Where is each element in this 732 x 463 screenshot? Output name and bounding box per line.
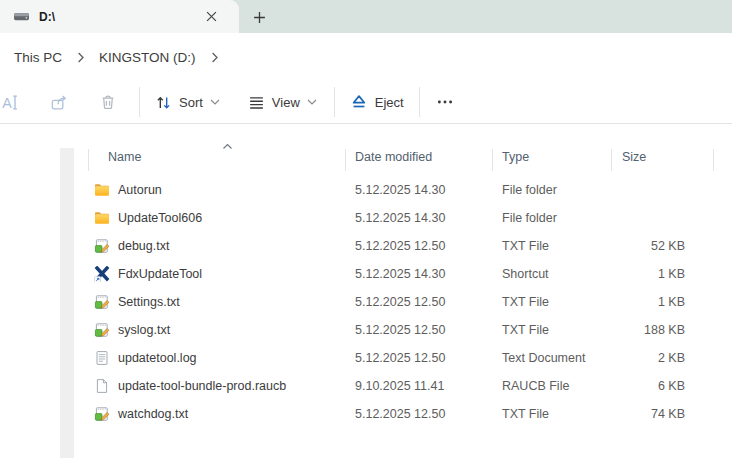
breadcrumb-chevron-icon[interactable]	[76, 52, 85, 63]
file-row[interactable]: UpdateTool6065.12.2025 14.30File folder	[0, 204, 732, 232]
column-header-size[interactable]: Size	[622, 150, 646, 164]
file-date-modified: 5.12.2025 14.30	[355, 260, 445, 288]
file-type: Text Document	[502, 344, 585, 372]
file-type: File folder	[502, 204, 557, 232]
file-size: 188 KB	[644, 316, 685, 344]
file-name: FdxUpdateTool	[118, 260, 202, 288]
view-label: View	[272, 95, 300, 110]
breadcrumb: This PC KINGSTON (D:)	[0, 33, 732, 82]
log-icon	[94, 350, 110, 366]
sort-button[interactable]: Sort	[146, 86, 229, 118]
view-button[interactable]: View	[239, 86, 326, 118]
file-size: 2 KB	[658, 344, 685, 372]
breadcrumb-this-pc[interactable]: This PC	[8, 45, 68, 70]
toolbar-separator	[139, 87, 140, 117]
txt-icon	[94, 238, 110, 254]
file-size: 52 KB	[651, 232, 685, 260]
file-list-header: Name Date modified Type Size	[75, 147, 732, 174]
file-row[interactable]: updatetool.log5.12.2025 12.50Text Docume…	[0, 344, 732, 372]
svg-text:A: A	[2, 94, 12, 110]
file-type: TXT File	[502, 316, 549, 344]
file-row[interactable]: update-tool-bundle-prod.raucb9.10.2025 1…	[0, 372, 732, 400]
sort-label: Sort	[179, 95, 203, 110]
file-row[interactable]: Autorun5.12.2025 14.30File folder	[0, 176, 732, 204]
column-separator[interactable]	[345, 149, 346, 171]
txt-icon	[94, 406, 110, 422]
file-name: updatetool.log	[118, 344, 197, 372]
file-name: update-tool-bundle-prod.raucb	[118, 372, 286, 400]
file-date-modified: 5.12.2025 12.50	[355, 288, 445, 316]
eject-icon	[350, 93, 368, 111]
drive-icon	[13, 8, 30, 25]
tab-title: D:\	[39, 10, 199, 24]
column-header-name[interactable]: Name	[108, 150, 141, 164]
file-date-modified: 5.12.2025 12.50	[355, 400, 445, 428]
column-separator[interactable]	[88, 149, 89, 171]
rename-button[interactable]: A	[0, 86, 29, 118]
chevron-down-icon	[210, 98, 220, 106]
file-type: TXT File	[502, 400, 549, 428]
breadcrumb-chevron-icon[interactable]	[210, 52, 219, 63]
file-name: Autorun	[118, 176, 162, 204]
eject-button[interactable]: Eject	[341, 86, 413, 118]
file-type: TXT File	[502, 232, 549, 260]
column-header-date-modified[interactable]: Date modified	[355, 150, 432, 164]
file-size: 1 KB	[658, 288, 685, 316]
file-size: 74 KB	[651, 400, 685, 428]
file-name: debug.txt	[118, 232, 169, 260]
tab-bar: D:\	[0, 0, 732, 33]
file-name: syslog.txt	[118, 316, 170, 344]
file-name: UpdateTool606	[118, 204, 202, 232]
file-date-modified: 9.10.2025 11.41	[355, 372, 444, 400]
file-type: RAUCB File	[502, 372, 569, 400]
file-row[interactable]: FdxUpdateTool5.12.2025 14.30Shortcut1 KB	[0, 260, 732, 288]
file-type: TXT File	[502, 288, 549, 316]
file-row[interactable]: syslog.txt5.12.2025 12.50TXT File188 KB	[0, 316, 732, 344]
file-date-modified: 5.12.2025 12.50	[355, 316, 445, 344]
folder-icon	[94, 182, 110, 198]
tab-close-icon[interactable]	[199, 5, 223, 29]
sort-icon	[155, 94, 172, 111]
chevron-down-icon	[307, 98, 317, 106]
file-list: Autorun5.12.2025 14.30File folderUpdateT…	[0, 176, 732, 428]
toolbar-separator	[334, 87, 335, 117]
column-separator[interactable]	[713, 149, 714, 171]
raucb-icon	[94, 378, 110, 394]
file-name: Settings.txt	[118, 288, 180, 316]
file-date-modified: 5.12.2025 14.30	[355, 176, 445, 204]
file-row[interactable]: debug.txt5.12.2025 12.50TXT File52 KB	[0, 232, 732, 260]
share-button[interactable]	[40, 86, 78, 118]
column-separator[interactable]	[492, 149, 493, 171]
delete-button[interactable]	[89, 86, 127, 118]
file-size: 1 KB	[658, 260, 685, 288]
shortcut-icon	[94, 266, 110, 282]
file-row[interactable]: Settings.txt5.12.2025 12.50TXT File1 KB	[0, 288, 732, 316]
file-date-modified: 5.12.2025 12.50	[355, 232, 445, 260]
txt-icon	[94, 294, 110, 310]
file-name: watchdog.txt	[118, 400, 188, 428]
new-tab-button[interactable]	[246, 5, 272, 29]
more-options-button[interactable]	[426, 86, 464, 118]
txt-icon	[94, 322, 110, 338]
file-date-modified: 5.12.2025 14.30	[355, 204, 445, 232]
file-date-modified: 5.12.2025 12.50	[355, 344, 445, 372]
eject-label: Eject	[375, 95, 404, 110]
view-icon	[248, 94, 265, 111]
toolbar-separator	[419, 87, 420, 117]
tab-active[interactable]: D:\	[0, 0, 239, 33]
command-toolbar: A Sort View	[0, 81, 732, 124]
column-header-type[interactable]: Type	[502, 150, 529, 164]
sort-ascending-icon	[222, 143, 233, 150]
file-size: 6 KB	[658, 372, 685, 400]
breadcrumb-drive[interactable]: KINGSTON (D:)	[93, 45, 202, 70]
file-row[interactable]: watchdog.txt5.12.2025 12.50TXT File74 KB	[0, 400, 732, 428]
column-separator[interactable]	[611, 149, 612, 171]
file-type: File folder	[502, 176, 557, 204]
file-type: Shortcut	[502, 260, 549, 288]
folder-icon	[94, 210, 110, 226]
